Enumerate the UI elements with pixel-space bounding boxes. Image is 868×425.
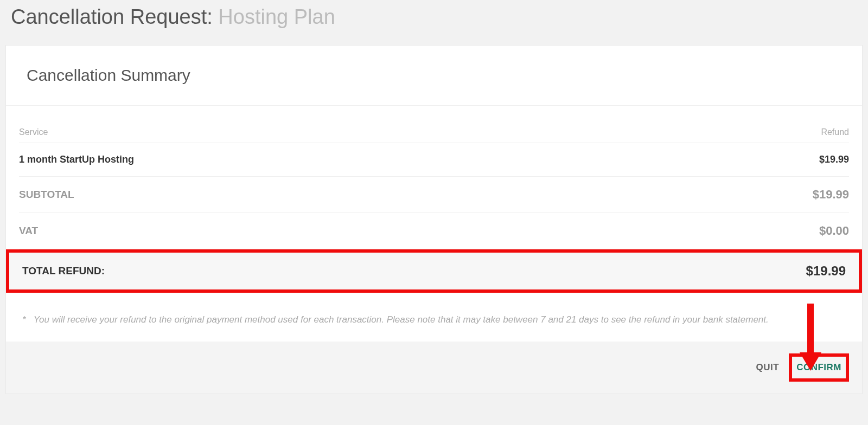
total-refund-row: TOTAL REFUND: $19.99 — [6, 249, 862, 293]
col-refund-label: Refund — [821, 127, 849, 137]
page-title-sub: Hosting Plan — [218, 5, 335, 28]
subtotal-label: SUBTOTAL — [19, 189, 74, 201]
table-row: 1 month StartUp Hosting $19.99 — [19, 143, 849, 177]
total-refund-value: $19.99 — [806, 263, 846, 279]
confirm-highlight: CONFIRM — [789, 353, 849, 382]
card-header: Cancellation Summary — [6, 46, 862, 106]
service-refund: $19.99 — [819, 154, 849, 165]
refund-note: *You will receive your refund to the ori… — [19, 293, 849, 342]
page-header: Cancellation Request: Hosting Plan — [0, 0, 868, 45]
card-footer: QUIT CONFIRM — [6, 342, 862, 394]
service-name: 1 month StartUp Hosting — [19, 154, 134, 165]
vat-value: $0.00 — [819, 224, 849, 238]
cancellation-summary-card: Cancellation Summary Service Refund 1 mo… — [5, 45, 863, 394]
col-service-label: Service — [19, 127, 48, 137]
vat-row: VAT $0.00 — [19, 213, 849, 249]
table-header-row: Service Refund — [19, 122, 849, 143]
note-text: You will receive your refund to the orig… — [34, 314, 769, 325]
summary-body: Service Refund 1 month StartUp Hosting $… — [6, 106, 862, 342]
card-title: Cancellation Summary — [27, 66, 841, 85]
vat-label: VAT — [19, 225, 38, 237]
total-refund-label: TOTAL REFUND: — [22, 265, 105, 277]
note-star: * — [22, 314, 26, 325]
page-title: Cancellation Request: Hosting Plan — [11, 5, 857, 29]
subtotal-row: SUBTOTAL $19.99 — [19, 177, 849, 213]
page-title-prefix: Cancellation Request: — [11, 5, 218, 28]
confirm-button[interactable]: CONFIRM — [793, 358, 845, 377]
quit-button[interactable]: QUIT — [752, 357, 784, 378]
subtotal-value: $19.99 — [813, 188, 849, 202]
